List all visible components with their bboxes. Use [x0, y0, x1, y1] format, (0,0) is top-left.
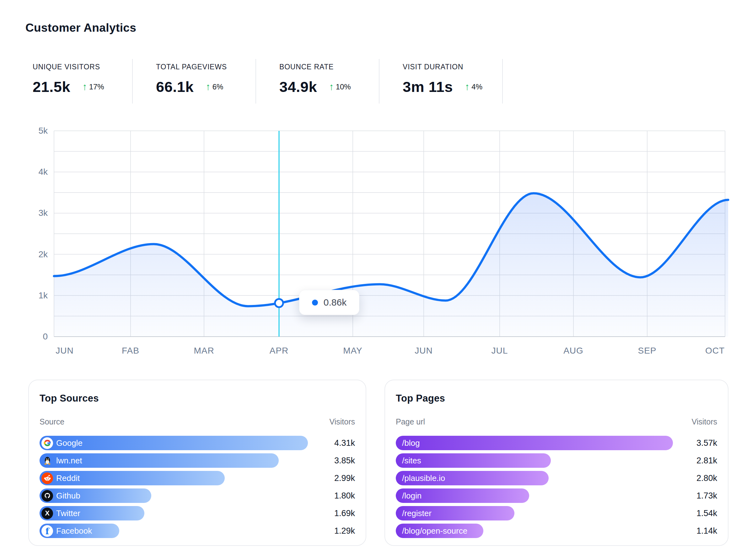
page-url-label: /login — [402, 491, 421, 501]
x-tick: FAB — [122, 346, 139, 355]
facebook-icon: f — [42, 525, 53, 537]
column-header-page-url: Page url — [396, 417, 425, 426]
table-row: Github 1.80k — [40, 488, 355, 503]
tooltip-series-dot-icon — [312, 300, 318, 305]
table-row: /login 1.73k — [396, 488, 717, 503]
y-tick: 0 — [43, 331, 48, 341]
source-bar-google[interactable]: Google — [40, 436, 308, 450]
x-tick: SEP — [638, 346, 656, 355]
source-bar-twitter[interactable]: X Twitter — [40, 506, 145, 521]
y-tick: 2k — [38, 249, 48, 259]
source-bar-facebook[interactable]: f Facebook — [40, 524, 119, 538]
table-row: Reddit 2.99k — [40, 471, 355, 485]
card-title: Top Sources — [40, 393, 355, 404]
page-visitors: 1.54k — [696, 509, 717, 518]
source-label: Github — [56, 491, 80, 501]
pages-rows: /blog 3.57k /sites 2.81k /plausible.io 2… — [396, 436, 717, 538]
source-bar-lwn[interactable]: lwn.net — [40, 453, 279, 468]
y-tick: 1k — [38, 291, 48, 300]
source-label: Google — [56, 438, 82, 448]
x-tick: AUG — [563, 346, 584, 355]
source-visitors: 1.29k — [334, 526, 355, 536]
tux-penguin-icon — [42, 455, 53, 466]
page-visitors: 1.73k — [696, 491, 717, 501]
twitter-x-icon: X — [42, 508, 53, 519]
y-tick: 5k — [38, 126, 48, 136]
y-tick: 3k — [38, 208, 48, 218]
area-fill — [54, 193, 728, 337]
y-axis-labels: 5k 4k 3k 2k 1k 0 — [38, 126, 48, 341]
table-row: lwn.net 3.85k — [40, 453, 355, 468]
page-url-label: /sites — [402, 456, 421, 465]
source-visitors: 1.80k — [334, 491, 355, 501]
page-bar-blog[interactable]: /blog — [396, 436, 673, 450]
page-url-label: /blog — [402, 438, 420, 448]
page-visitors: 2.81k — [696, 456, 717, 465]
sources-rows: Google 4.31k lwn.net — [40, 436, 355, 538]
table-row: f Facebook 1.29k — [40, 524, 355, 538]
reddit-icon — [42, 473, 53, 484]
table-row: Google 4.31k — [40, 436, 355, 450]
table-row: /sites 2.81k — [396, 453, 717, 468]
table-row: /blog/open-source 1.14k — [396, 524, 717, 538]
source-bar-github[interactable]: Github — [40, 488, 151, 503]
y-tick: 4k — [38, 167, 48, 177]
page-visitors: 1.14k — [696, 526, 717, 536]
page-bar-blog-open-source[interactable]: /blog/open-source — [396, 524, 483, 538]
source-bar-reddit[interactable]: Reddit — [40, 471, 225, 485]
chart-tooltip: 0.86k — [299, 290, 359, 315]
page-bar-login[interactable]: /login — [396, 488, 529, 503]
x-axis-labels: JUN FAB MAR APR MAY JUN JUL AUG SEP OCT — [56, 346, 725, 355]
source-visitors: 3.85k — [334, 456, 355, 465]
top-pages-card: Top Pages Page url Visitors /blog 3.57k … — [385, 380, 728, 546]
google-icon — [42, 437, 53, 449]
top-sources-card: Top Sources Source Visitors Google 4.31k — [28, 380, 366, 546]
page-visitors: 2.80k — [696, 473, 717, 483]
source-visitors: 4.31k — [334, 438, 355, 448]
x-tick: OCT — [705, 346, 725, 355]
page-url-label: /plausible.io — [402, 473, 445, 483]
hover-point-marker[interactable] — [275, 299, 283, 307]
x-tick: MAR — [194, 346, 214, 355]
page-bar-plausible-io[interactable]: /plausible.io — [396, 471, 549, 485]
x-tick: APR — [269, 346, 289, 355]
x-tick: MAY — [343, 346, 362, 355]
column-header-source: Source — [40, 417, 65, 426]
tooltip-value: 0.86k — [324, 297, 346, 308]
table-row: /register 1.54k — [396, 506, 717, 521]
column-header-visitors: Visitors — [329, 417, 355, 426]
source-label: lwn.net — [56, 456, 82, 465]
source-visitors: 1.69k — [334, 509, 355, 518]
page-bar-sites[interactable]: /sites — [396, 453, 551, 468]
page-bar-register[interactable]: /register — [396, 506, 514, 521]
page-url-label: /register — [402, 509, 432, 518]
table-row: /blog 3.57k — [396, 436, 717, 450]
card-title: Top Pages — [396, 393, 717, 404]
x-tick: JUL — [491, 346, 508, 355]
x-tick: JUN — [415, 346, 433, 355]
table-row: X Twitter 1.69k — [40, 506, 355, 521]
github-icon — [42, 490, 53, 502]
source-label: Facebook — [56, 526, 92, 536]
table-row: /plausible.io 2.80k — [396, 471, 717, 485]
visitors-area-chart[interactable]: 5k 4k 3k 2k 1k 0 JUN FAB MAR APR MAY JUN… — [0, 0, 747, 373]
x-tick: JUN — [56, 346, 73, 355]
source-label: Twitter — [56, 509, 80, 518]
column-header-visitors: Visitors — [691, 417, 717, 426]
source-visitors: 2.99k — [334, 473, 355, 483]
source-label: Reddit — [56, 473, 80, 483]
page-url-label: /blog/open-source — [402, 526, 467, 536]
page-visitors: 3.57k — [696, 438, 717, 448]
